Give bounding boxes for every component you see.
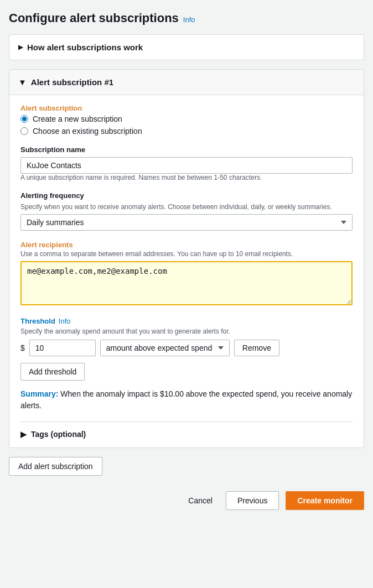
remove-threshold-button[interactable]: Remove	[234, 340, 279, 356]
add-threshold-button[interactable]: Add threshold	[20, 363, 85, 381]
alert-sub-1-toggle[interactable]: ▼ Alert subscription #1	[9, 70, 364, 95]
threshold-group: Threshold Info Specify the anomaly spend…	[20, 317, 353, 412]
threshold-label-row: Threshold Info	[20, 317, 353, 325]
threshold-amount-input[interactable]	[29, 340, 96, 356]
threshold-hint: Specify the anomaly spend amount that yo…	[20, 327, 353, 335]
alert-sub-1-label: Alert subscription #1	[31, 77, 113, 87]
create-monitor-button[interactable]: Create monitor	[286, 491, 364, 510]
threshold-label: Threshold	[20, 317, 55, 325]
tags-section: ▶ Tags (optional)	[20, 422, 353, 439]
choose-existing-radio[interactable]	[20, 127, 28, 135]
cancel-button[interactable]: Cancel	[182, 492, 219, 509]
how-it-works-toggle[interactable]: ▶ How alert subscriptions work	[9, 35, 364, 60]
previous-button[interactable]: Previous	[226, 491, 279, 510]
create-new-radio-item[interactable]: Create a new subscription	[20, 115, 353, 123]
page-title-section: Configure alert subscriptions Info	[9, 11, 364, 25]
tags-expand-icon: ▶	[20, 430, 27, 439]
alert-subscription-type-label: Alert subscription	[20, 104, 353, 112]
how-it-works-label: How alert subscriptions work	[27, 43, 143, 52]
tags-toggle[interactable]: ▶ Tags (optional)	[20, 430, 353, 439]
threshold-info-link[interactable]: Info	[59, 317, 71, 325]
alert-recipients-group: Alert recipients Use a comma to separate…	[20, 241, 353, 307]
alert-subscription-type-group: Alert subscription Create a new subscrip…	[20, 104, 353, 136]
alert-sub-1-body: Alert subscription Create a new subscrip…	[9, 95, 364, 447]
create-new-radio[interactable]	[20, 115, 28, 123]
page-title: Configure alert subscriptions	[9, 11, 179, 25]
dollar-sign: $	[20, 344, 25, 352]
subscription-name-group: Subscription name A unique subscription …	[20, 145, 353, 181]
tags-label: Tags (optional)	[31, 430, 86, 439]
collapse-icon: ▼	[18, 77, 27, 87]
subscription-name-hint: A unique subscription name is required. …	[20, 174, 353, 181]
alert-recipients-hint: Use a comma to separate between email ad…	[20, 250, 353, 258]
subscription-name-input[interactable]	[20, 157, 353, 174]
alerting-frequency-select-wrapper: Individual alerts Daily summaries Weekly…	[20, 214, 353, 231]
alerting-frequency-hint: Specify when you want to receive anomaly…	[20, 203, 353, 211]
choose-existing-label: Choose an existing subscription	[33, 127, 142, 136]
create-new-label: Create a new subscription	[33, 115, 122, 123]
alert-recipients-label: Alert recipients	[20, 241, 353, 249]
alerting-frequency-select[interactable]: Individual alerts Daily summaries Weekly…	[20, 214, 353, 231]
add-alert-subscription-button[interactable]: Add alert subscription	[9, 457, 102, 476]
alerting-frequency-group: Alerting frequency Specify when you want…	[20, 191, 353, 231]
subscription-name-label: Subscription name	[20, 145, 353, 154]
subscription-type-radio-group: Create a new subscription Choose an exis…	[20, 115, 353, 136]
how-it-works-section: ▶ How alert subscriptions work	[9, 34, 364, 60]
threshold-summary: Summary: When the anomaly impact is $10.…	[20, 388, 353, 412]
footer-actions: Cancel Previous Create monitor	[9, 491, 364, 510]
alerting-frequency-label: Alerting frequency	[20, 191, 353, 200]
choose-existing-radio-item[interactable]: Choose an existing subscription	[20, 127, 353, 136]
alert-subscription-1: ▼ Alert subscription #1 Alert subscripti…	[9, 69, 364, 448]
alert-recipients-textarea[interactable]: me@example.com,me2@example.com	[20, 261, 353, 305]
threshold-input-row: $ amount above expected spend % above ex…	[20, 340, 353, 356]
expand-icon: ▶	[18, 44, 23, 51]
page-info-link[interactable]: Info	[183, 15, 195, 24]
threshold-type-select[interactable]: amount above expected spend % above expe…	[100, 340, 230, 356]
